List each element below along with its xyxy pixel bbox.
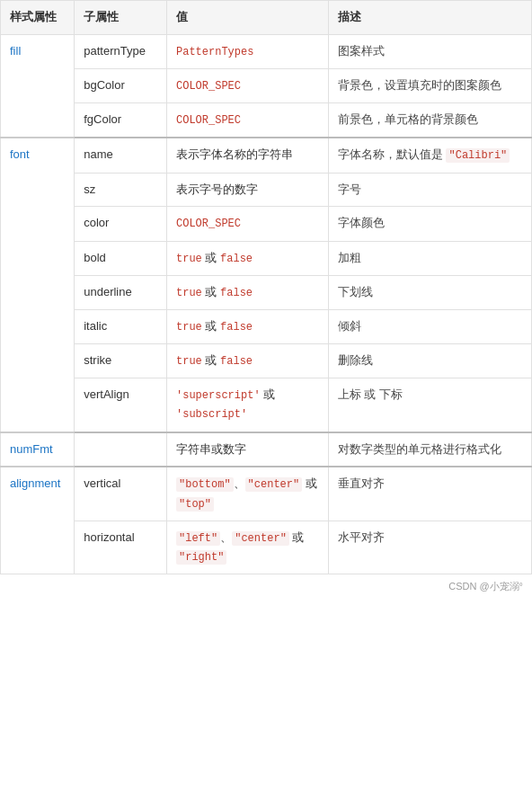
desc-cell: 删除线: [328, 344, 531, 378]
sub-cell: sz: [75, 173, 167, 207]
page-container: 样式属性 子属性 值 描述 fillpatternTypePatternType…: [0, 0, 532, 792]
code-value: true: [176, 321, 202, 334]
sub-cell: color: [75, 207, 167, 241]
table-row: colorCOLOR_SPEC字体颜色: [1, 207, 532, 241]
code-value: false: [220, 355, 253, 368]
style-table: 样式属性 子属性 值 描述 fillpatternTypePatternType…: [0, 0, 532, 574]
desc-text: 上标 或 下标: [338, 387, 403, 401]
plain-value: 表示字号的数字: [176, 182, 258, 196]
plain-value: 或: [202, 251, 220, 264]
plain-value: 表示字体名称的字符串: [176, 147, 293, 161]
table-header-row: 样式属性 子属性 值 描述: [1, 1, 532, 35]
code-value: true: [176, 355, 202, 368]
desc-cell: 倾斜: [328, 309, 531, 343]
sub-cell: underline: [75, 275, 167, 309]
val-cell: "bottom"、"center" 或 "top": [167, 467, 329, 521]
val-cell: 'superscript' 或 'subscript': [167, 378, 329, 432]
code-value: true: [176, 287, 202, 299]
code-value: PatternTypes: [176, 46, 253, 58]
desc-text: 倾斜: [338, 319, 361, 333]
plain-value: 字符串或数字: [176, 442, 246, 456]
val-cell: "left"、"center" 或 "right": [167, 521, 329, 574]
val-cell: COLOR_SPEC: [167, 103, 329, 138]
table-row: fgColorCOLOR_SPEC前景色，单元格的背景颜色: [1, 103, 532, 138]
desc-cell: 背景色，设置填充时的图案颜色: [328, 68, 531, 102]
table-row: fontname表示字体名称的字符串字体名称，默认值是 "Calibri": [1, 138, 532, 173]
plain-value: 或: [302, 476, 317, 490]
sub-cell: strike: [75, 344, 167, 378]
sub-cell: bold: [75, 241, 167, 275]
val-cell: true 或 false: [167, 241, 329, 275]
desc-cell: 字体颜色: [328, 207, 531, 241]
val-cell: true 或 false: [167, 344, 329, 378]
code-value: false: [220, 253, 253, 265]
sub-cell: fgColor: [75, 103, 167, 138]
code-value: COLOR_SPEC: [176, 114, 241, 127]
val-cell: 字符串或数字: [167, 432, 329, 467]
code-value: 'superscript': [176, 389, 261, 402]
code-value: "center": [232, 531, 289, 546]
table-row: italictrue 或 false倾斜: [1, 309, 532, 343]
table-row: vertAlign'superscript' 或 'subscript'上标 或…: [1, 378, 532, 432]
table-row: numFmt字符串或数字对数字类型的单元格进行格式化: [1, 432, 532, 467]
val-cell: COLOR_SPEC: [167, 68, 329, 102]
val-cell: 表示字体名称的字符串: [167, 138, 329, 173]
col-header-sub: 子属性: [75, 1, 167, 35]
prop-cell: fill: [1, 34, 75, 138]
desc-text: 垂直对齐: [338, 476, 385, 490]
code-value: COLOR_SPEC: [176, 218, 241, 230]
footer-credit: CSDN @小宠溺°: [0, 574, 532, 595]
desc-cell: 水平对齐: [328, 521, 531, 574]
table-row: fillpatternTypePatternTypes图案样式: [1, 34, 532, 68]
table-row: sz表示字号的数字字号: [1, 173, 532, 207]
table-row: striketrue 或 false删除线: [1, 344, 532, 378]
val-cell: COLOR_SPEC: [167, 207, 329, 241]
code-value: COLOR_SPEC: [176, 80, 241, 93]
col-header-desc: 描述: [328, 1, 531, 35]
prop-cell: font: [1, 138, 75, 432]
desc-cell: 前景色，单元格的背景颜色: [328, 103, 531, 138]
plain-value: 或: [202, 319, 220, 333]
val-cell: true 或 false: [167, 309, 329, 343]
table-row: horizontal"left"、"center" 或 "right"水平对齐: [1, 521, 532, 574]
desc-cell: 垂直对齐: [328, 467, 531, 521]
plain-value: 、: [234, 476, 245, 490]
desc-text: 背景色，设置填充时的图案颜色: [338, 78, 501, 92]
sub-cell: bgColor: [75, 68, 167, 102]
sub-cell: italic: [75, 309, 167, 343]
table-row: boldtrue 或 false加粗: [1, 241, 532, 275]
sub-cell: patternType: [75, 34, 167, 68]
plain-value: 、: [220, 530, 232, 544]
code-value: "center": [245, 477, 303, 492]
prop-cell: numFmt: [1, 432, 75, 467]
prop-cell: alignment: [1, 467, 75, 574]
col-header-prop: 样式属性: [1, 1, 75, 35]
code-value: false: [220, 287, 253, 299]
desc-text: 前景色，单元格的背景颜色: [338, 112, 478, 126]
sub-cell: vertical: [75, 467, 167, 521]
val-cell: 表示字号的数字: [167, 173, 329, 207]
table-row: alignmentvertical"bottom"、"center" 或 "to…: [1, 467, 532, 521]
sub-cell: name: [75, 138, 167, 173]
plain-value: 或: [202, 353, 220, 367]
desc-cell: 图案样式: [328, 34, 531, 68]
plain-value: 或: [202, 285, 220, 298]
desc-text: 字体颜色: [338, 216, 385, 229]
desc-cell: 下划线: [328, 275, 531, 309]
sub-cell: [75, 432, 167, 467]
desc-text: 删除线: [338, 353, 373, 367]
code-value: "left": [176, 531, 220, 546]
desc-text: 水平对齐: [338, 530, 385, 544]
code-value: "bottom": [176, 477, 234, 492]
desc-text: 加粗: [338, 251, 361, 264]
desc-text: 字体名称，默认值是: [338, 147, 447, 161]
code-value: "top": [176, 497, 214, 512]
plain-value: 或: [289, 530, 305, 544]
code-value: false: [220, 321, 253, 334]
table-row: underlinetrue 或 false下划线: [1, 275, 532, 309]
desc-cell: 字体名称，默认值是 "Calibri": [328, 138, 531, 173]
desc-cell: 对数字类型的单元格进行格式化: [328, 432, 531, 467]
code-value: 'subscript': [176, 408, 247, 421]
desc-text: 对数字类型的单元格进行格式化: [338, 442, 501, 456]
table-row: bgColorCOLOR_SPEC背景色，设置填充时的图案颜色: [1, 68, 532, 102]
